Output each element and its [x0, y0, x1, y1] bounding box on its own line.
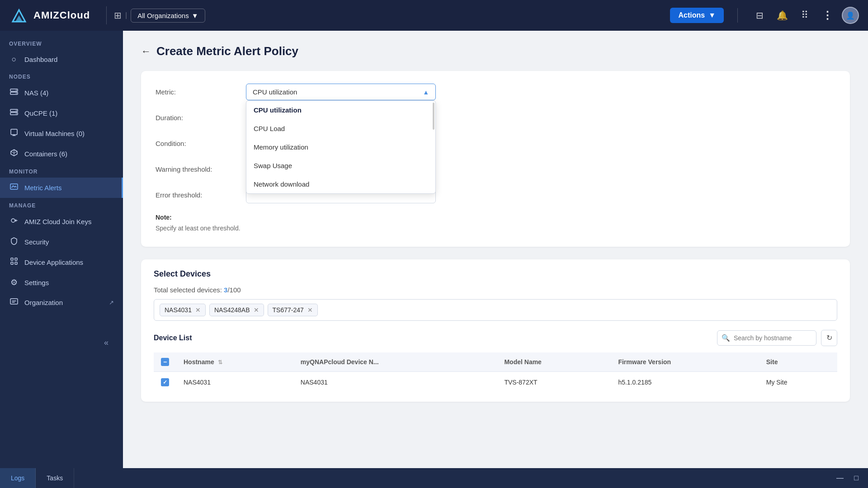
table-header-checkbox: − — [154, 352, 176, 372]
sidebar-item-qucpe[interactable]: QuCPE (1) — [0, 103, 123, 123]
qucpe-icon — [9, 108, 19, 118]
devices-section-title: Select Devices — [141, 259, 850, 286]
sidebar: Overview ○ Dashboard Nodes NAS (4) QuCPE… — [0, 31, 123, 468]
minimize-icon: — — [836, 474, 844, 482]
main-layout: Overview ○ Dashboard Nodes NAS (4) QuCPE… — [0, 31, 868, 468]
svg-point-4 — [16, 90, 17, 91]
sidebar-item-device-applications[interactable]: Device Applications — [0, 252, 123, 272]
dropdown-option-memory-utilization[interactable]: Memory utilization — [246, 138, 435, 156]
note-text: Specify at least one threshold. — [156, 225, 241, 232]
avatar-icon: 👤 — [846, 11, 855, 20]
org-chevron-icon: ▼ — [192, 12, 198, 19]
apps-button[interactable]: ⠿ — [797, 7, 813, 23]
minimize-button[interactable]: — — [834, 472, 846, 484]
apps-icon: ⠿ — [801, 9, 808, 21]
more-icon: ⋮ — [822, 9, 833, 22]
sidebar-section-nodes: Nodes — [0, 69, 123, 83]
sidebar-collapse-button[interactable]: « — [97, 334, 116, 351]
bottom-tab-tasks[interactable]: Tasks — [36, 468, 74, 488]
device-tag: NAS4031 ✕ — [160, 304, 206, 316]
device-list-header: Device List 🔍 ↻ — [154, 330, 837, 346]
search-icon: 🔍 — [722, 334, 730, 342]
device-tag: TS677-247 ✕ — [268, 304, 318, 316]
refresh-button[interactable]: ↻ — [821, 330, 837, 346]
row-model: TVS-872XT — [497, 371, 611, 393]
metric-row: Metric: CPU utilization ▲ CPU utilizatio… — [156, 84, 835, 100]
navbar-right-divider — [737, 8, 738, 23]
navbar-divider — [106, 6, 107, 24]
metric-label: Metric: — [156, 88, 237, 96]
sidebar-item-nas[interactable]: NAS (4) — [0, 83, 123, 103]
actions-button[interactable]: Actions ▼ — [670, 8, 724, 23]
device-tag-name: NAS4031 — [165, 306, 192, 314]
device-list-controls: 🔍 ↻ — [717, 330, 837, 346]
search-input[interactable] — [717, 330, 816, 346]
dropdown-option-swap-usage[interactable]: Swap Usage — [246, 156, 435, 175]
selected-devices-bar: NAS4031 ✕ NAS4248AB ✕ TS677-247 ✕ — [154, 299, 837, 321]
more-button[interactable]: ⋮ — [819, 7, 835, 23]
sidebar-item-organization[interactable]: Organization ↗ — [0, 292, 123, 313]
device-applications-icon — [9, 257, 19, 267]
devices-section: Select Devices Total selected devices: 3… — [141, 259, 850, 402]
select-all-checkbox[interactable]: − — [161, 358, 169, 366]
metric-select-button[interactable]: CPU utilization ▲ — [246, 84, 436, 100]
sidebar-item-dashboard[interactable]: ○ Dashboard — [0, 50, 123, 69]
logo-icon — [9, 5, 29, 25]
row-firmware: h5.1.0.2185 — [611, 371, 759, 393]
sidebar-item-security[interactable]: Security — [0, 232, 123, 252]
dropdown-option-network-download[interactable]: Network download — [246, 175, 435, 193]
dropdown-option-cpu-utilization[interactable]: CPU utilization — [246, 101, 435, 119]
maximize-icon: □ — [854, 474, 859, 482]
table-header-hostname: Hostname ⇅ — [176, 352, 293, 372]
avatar-button[interactable]: 👤 — [842, 7, 859, 24]
row-checkbox[interactable]: ✓ — [161, 378, 169, 386]
sidebar-item-join-keys[interactable]: AMIZ Cloud Join Keys — [0, 211, 123, 232]
svg-point-8 — [16, 110, 17, 111]
svg-rect-17 — [10, 299, 18, 304]
org-selector[interactable]: All Organizations ▼ — [131, 9, 205, 23]
sidebar-item-settings[interactable]: ⚙ Settings — [0, 272, 123, 292]
form-card: Metric: CPU utilization ▲ CPU utilizatio… — [141, 71, 850, 247]
page-title: Create Metric Alert Policy — [156, 44, 298, 58]
navbar-right: Actions ▼ ⊟ 🔔 ⠿ ⋮ 👤 — [670, 7, 859, 24]
sidebar-item-containers[interactable]: Containers (6) — [0, 144, 123, 164]
svg-point-5 — [16, 93, 17, 94]
maximize-button[interactable]: □ — [850, 472, 863, 484]
security-icon — [9, 237, 19, 247]
logo: AMIZCloud — [9, 5, 90, 25]
sidebar-item-label: Organization — [24, 299, 104, 306]
content-area: ← Create Metric Alert Policy Metric: CPU… — [123, 31, 868, 468]
organization-icon — [9, 297, 19, 308]
bottom-tab-logs[interactable]: Logs — [0, 468, 36, 488]
logo-text: AMIZCloud — [33, 9, 90, 21]
back-button[interactable]: ← — [141, 46, 151, 57]
device-tag-remove-nas4248ab[interactable]: ✕ — [254, 307, 259, 313]
sidebar-item-virtual-machines[interactable]: Virtual Machines (0) — [0, 123, 123, 144]
sidebar-item-label: Virtual Machines (0) — [24, 130, 114, 137]
grid-icon: ⊞ — [114, 10, 122, 21]
device-tag-remove-ts677247[interactable]: ✕ — [307, 307, 313, 313]
notification-button[interactable]: 🔔 — [774, 7, 790, 23]
device-tag-remove-nas4031[interactable]: ✕ — [195, 307, 201, 313]
metric-chevron-icon: ▲ — [423, 89, 429, 96]
org-selector-label: All Organizations — [137, 12, 189, 19]
sidebar-item-label: Metric Alerts — [24, 184, 113, 192]
metric-selected-value: CPU utilization — [253, 88, 297, 96]
sidebar-section-monitor: Monitor — [0, 164, 123, 178]
toolbar-grid-button[interactable]: ⊟ — [751, 7, 768, 23]
error-threshold-label: Error threshold: — [156, 191, 237, 199]
svg-rect-16 — [15, 262, 17, 264]
bottom-right: — □ — [834, 472, 868, 484]
sidebar-item-label: AMIZ Cloud Join Keys — [24, 218, 114, 225]
dropdown-option-cpu-load[interactable]: CPU Load — [246, 119, 435, 138]
navbar: AMIZCloud ⊞ | All Organizations ▼ Action… — [0, 0, 868, 31]
table-row: ✓ NAS4031 NAS4031 TVS-872XT h5.1.0.2185 … — [154, 371, 837, 393]
device-tag: NAS4248AB ✕ — [209, 304, 264, 316]
dashboard-icon: ○ — [9, 55, 19, 64]
sidebar-item-metric-alerts[interactable]: Metric Alerts — [0, 178, 123, 198]
selected-count-text: Total selected devices: 3/100 — [154, 286, 837, 294]
row-site: My Site — [759, 371, 837, 393]
sidebar-item-label: Device Applications — [24, 258, 114, 266]
logs-tab-label: Logs — [11, 474, 24, 482]
devices-body: Total selected devices: 3/100 NAS4031 ✕ … — [141, 286, 850, 402]
